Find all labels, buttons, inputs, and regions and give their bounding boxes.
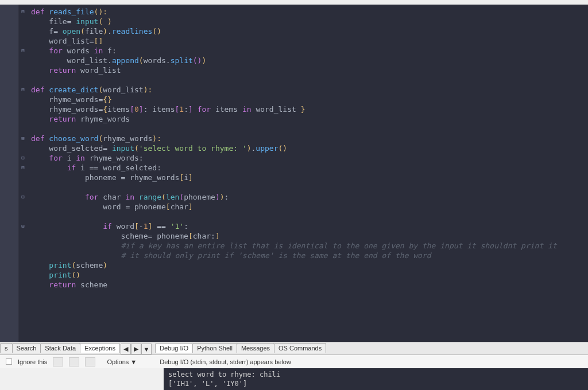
code-line[interactable] xyxy=(31,182,588,192)
code-line[interactable]: return scheme xyxy=(31,280,588,290)
code-editor[interactable]: def reads_file(): file= input( ) f= open… xyxy=(0,5,588,342)
code-line[interactable]: def create_dict(word_list): xyxy=(31,85,588,95)
fold-icon[interactable] xyxy=(18,85,28,95)
code-line[interactable]: word_selcted= input('select word to rhym… xyxy=(31,143,588,153)
fold-icon[interactable] xyxy=(18,134,28,143)
code-line[interactable]: f= open(file).readlines() xyxy=(31,26,588,36)
code-line[interactable]: print() xyxy=(31,270,588,280)
tab-s[interactable]: s xyxy=(0,343,13,353)
debug-tabs: sSearchStack DataExceptions ◀ ▶ ▼ Debug … xyxy=(0,342,588,355)
fold-column xyxy=(18,5,28,342)
code-line[interactable]: for words in f: xyxy=(31,46,588,56)
code-line[interactable]: def reads_file(): xyxy=(31,7,588,17)
fold-icon[interactable] xyxy=(18,46,28,56)
tab-search[interactable]: Search xyxy=(12,343,41,353)
code-line[interactable]: for i in rhyme_words: xyxy=(31,153,588,163)
tab-prev-button[interactable]: ◀ xyxy=(121,344,131,354)
top-strip xyxy=(0,0,588,5)
code-line[interactable]: rhyme_words={} xyxy=(31,95,588,104)
fold-icon[interactable] xyxy=(18,163,28,173)
options-label[interactable]: Options ▼ xyxy=(107,358,137,365)
code-line[interactable]: print(scheme) xyxy=(31,260,588,270)
toolbar-btn-2[interactable] xyxy=(69,357,79,366)
code-line[interactable] xyxy=(31,124,588,134)
code-line[interactable] xyxy=(31,212,588,221)
tab-next-button[interactable]: ▶ xyxy=(131,344,141,354)
fold-icon[interactable] xyxy=(18,221,28,231)
debug-panel: sSearchStack DataExceptions ◀ ▶ ▼ Debug … xyxy=(0,342,588,390)
code-line[interactable]: word_list=[] xyxy=(31,36,588,46)
tab-exceptions[interactable]: Exceptions xyxy=(80,343,120,353)
code-content[interactable]: def reads_file(): file= input( ) f= open… xyxy=(28,5,588,342)
fold-icon[interactable] xyxy=(18,153,28,163)
code-line[interactable]: for char in range(len(phoneme)): xyxy=(31,192,588,202)
code-line[interactable] xyxy=(31,75,588,85)
code-line[interactable]: if i == word_selcted: xyxy=(31,163,588,173)
code-line[interactable]: file= input( ) xyxy=(31,17,588,26)
code-line[interactable]: # it should only print if 'scheme' is th… xyxy=(31,251,588,260)
ignore-checkbox[interactable] xyxy=(6,358,12,365)
toolbar-btn-1[interactable] xyxy=(53,357,63,366)
code-line[interactable]: scheme= phoneme[char:] xyxy=(31,231,588,241)
code-line[interactable]: if word[-1] == '1': xyxy=(31,221,588,231)
code-line[interactable]: rhyme_words={items[0]: items[1:] for ite… xyxy=(31,104,588,114)
code-line[interactable]: return word_list xyxy=(31,65,588,75)
ignore-label: Ignore this xyxy=(18,358,47,365)
editor-gutter xyxy=(0,5,18,342)
fold-icon[interactable] xyxy=(18,192,28,202)
tab-messages[interactable]: Messages xyxy=(237,343,274,353)
fold-icon[interactable] xyxy=(18,7,28,17)
code-line[interactable]: word = phoneme[char] xyxy=(31,202,588,212)
io-hint: Debug I/O (stdin, stdout, stderr) appear… xyxy=(160,358,291,365)
debug-console[interactable]: select word to rhyme: chili ['IH1', 'L',… xyxy=(164,368,588,390)
debug-toolbar: Ignore this Options ▼ Debug I/O (stdin, … xyxy=(0,355,588,368)
tab-stack-data[interactable]: Stack Data xyxy=(40,343,80,353)
code-line[interactable]: phoneme = rhyme_words[i] xyxy=(31,173,588,182)
code-line[interactable]: def choose_word(rhyme_words): xyxy=(31,134,588,143)
tab-os-commands[interactable]: OS Commands xyxy=(274,343,326,353)
tab-python-shell[interactable]: Python Shell xyxy=(192,343,237,353)
tab-debug-i-o[interactable]: Debug I/O xyxy=(155,343,193,353)
code-line[interactable]: return rhyme_words xyxy=(31,114,588,124)
tab-menu-button[interactable]: ▼ xyxy=(141,344,152,354)
code-line[interactable]: word_list.append(words.split()) xyxy=(31,56,588,65)
code-line[interactable]: #if a key has an entire list that is ide… xyxy=(31,241,588,251)
toolbar-btn-3[interactable] xyxy=(85,357,95,366)
